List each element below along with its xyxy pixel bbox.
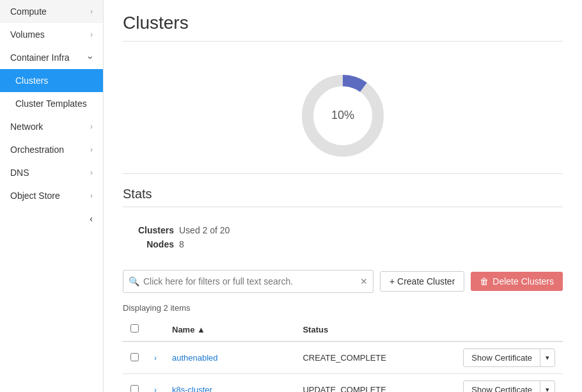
row1-name-link[interactable]: authenabled: [172, 353, 218, 363]
sidebar-item-dns[interactable]: DNS ›: [0, 161, 103, 184]
col-name-label: Name: [172, 325, 197, 334]
sidebar-item-clusters[interactable]: Clusters: [0, 69, 103, 92]
stat-row-nodes: Nodes 8: [123, 239, 563, 249]
header-status-col: Status: [295, 318, 425, 341]
row2-name-link[interactable]: k8s-cluster: [172, 385, 212, 392]
sidebar-item-object-store[interactable]: Object Store ›: [0, 184, 103, 207]
row2-checkbox-cell: [123, 374, 146, 393]
caret-down-icon: ▾: [546, 354, 549, 361]
row1-checkbox-cell: [123, 341, 146, 374]
sidebar-item-orchestration[interactable]: Orchestration ›: [0, 138, 103, 161]
col-status-label: Status: [303, 325, 328, 334]
donut-chart: 10%: [292, 65, 394, 167]
header-name-col[interactable]: Name ▲: [164, 318, 295, 341]
table-row: › k8s-cluster UPDATE_COMPLETE Show Certi…: [123, 374, 563, 393]
search-icon: 🔍: [129, 276, 139, 286]
chevron-right-icon: ›: [90, 191, 93, 200]
row1-action-cell: Show Certificate ▾: [426, 341, 563, 374]
caret-down-icon: ▾: [546, 386, 549, 392]
stat-label-clusters: Clusters: [123, 225, 174, 235]
row1-status-cell: CREATE_COMPLETE: [295, 341, 425, 374]
sort-asc-icon: ▲: [197, 325, 205, 334]
chart-area: 10%: [123, 52, 563, 174]
row2-checkbox[interactable]: [130, 385, 139, 393]
collapse-icon: ‹: [90, 214, 93, 224]
header-checkbox-col: [123, 318, 146, 341]
search-box: 🔍 ✕: [123, 270, 374, 293]
header-action-col: [426, 318, 563, 341]
row1-name-cell: authenabled: [164, 341, 295, 374]
row1-cert-dropdown-button[interactable]: ▾: [540, 349, 554, 366]
stat-label-nodes: Nodes: [123, 239, 174, 249]
sidebar-label-compute: Compute: [10, 6, 47, 17]
sidebar-collapse-button[interactable]: ‹: [0, 207, 103, 230]
row1-expand-icon[interactable]: ›: [154, 354, 157, 363]
chevron-right-icon: ›: [90, 30, 93, 39]
row2-status: UPDATE_COMPLETE: [303, 385, 386, 392]
sidebar-label-orchestration: Orchestration: [10, 145, 64, 155]
clear-search-icon[interactable]: ✕: [360, 276, 368, 286]
row1-checkbox[interactable]: [130, 353, 139, 361]
create-cluster-button[interactable]: + Create Cluster: [380, 271, 464, 292]
chevron-right-icon: ›: [90, 7, 93, 16]
clusters-table: Name ▲ Status › authenabled: [123, 318, 563, 392]
sidebar-label-network: Network: [10, 122, 43, 132]
sidebar-item-cluster-templates[interactable]: Cluster Templates: [0, 92, 103, 115]
row1-cert-btn-group: Show Certificate ▾: [463, 349, 555, 367]
sidebar-item-container-infra[interactable]: Container Infra ›: [0, 46, 103, 69]
toolbar: 🔍 ✕ + Create Cluster 🗑 Delete Clusters: [123, 270, 563, 293]
delete-clusters-button[interactable]: 🗑 Delete Clusters: [471, 272, 563, 291]
header-expand-col: [146, 318, 164, 341]
row1-expand-cell: ›: [146, 341, 164, 374]
sidebar-label-object-store: Object Store: [10, 191, 60, 201]
chevron-down-icon: ›: [86, 56, 97, 59]
row1-show-cert-button[interactable]: Show Certificate: [464, 349, 540, 366]
page-title: Clusters: [123, 13, 563, 42]
stat-row-clusters: Clusters Used 2 of 20: [123, 225, 563, 235]
stat-value-nodes: 8: [179, 239, 184, 249]
chevron-right-icon: ›: [90, 122, 93, 131]
table-row: › authenabled CREATE_COMPLETE Show Certi…: [123, 341, 563, 374]
row2-show-cert-button[interactable]: Show Certificate: [464, 381, 540, 392]
row2-action-cell: Show Certificate ▾: [426, 374, 563, 393]
sidebar: Compute › Volumes › Container Infra › Cl…: [0, 0, 104, 392]
sidebar-item-volumes[interactable]: Volumes ›: [0, 23, 103, 46]
row2-cert-dropdown-button[interactable]: ▾: [540, 381, 554, 392]
row2-expand-cell: ›: [146, 374, 164, 393]
main-content: Clusters 10% Stats Clusters Used 2 of 20…: [104, 0, 582, 392]
select-all-checkbox[interactable]: [130, 324, 139, 333]
search-input[interactable]: [143, 276, 360, 286]
row2-status-cell: UPDATE_COMPLETE: [295, 374, 425, 393]
row2-expand-icon[interactable]: ›: [154, 386, 157, 392]
display-count-top: Displaying 2 items: [123, 303, 563, 313]
stats-title: Stats: [123, 187, 563, 207]
delete-icon: 🗑: [480, 276, 489, 286]
chevron-right-icon: ›: [90, 168, 93, 177]
chevron-right-icon: ›: [90, 145, 93, 154]
table-header-row: Name ▲ Status: [123, 318, 563, 341]
sidebar-label-container-infra: Container Infra: [10, 52, 70, 63]
row2-name-cell: k8s-cluster: [164, 374, 295, 393]
sidebar-label-clusters: Clusters: [15, 75, 48, 86]
stat-value-clusters: Used 2 of 20: [179, 225, 230, 235]
sidebar-label-dns: DNS: [10, 168, 29, 178]
row1-status: CREATE_COMPLETE: [303, 353, 386, 363]
row2-cert-btn-group: Show Certificate ▾: [463, 380, 555, 392]
chart-percentage-label: 10%: [331, 109, 354, 122]
sidebar-item-compute[interactable]: Compute ›: [0, 0, 103, 23]
sidebar-label-volumes: Volumes: [10, 29, 45, 40]
table-body: › authenabled CREATE_COMPLETE Show Certi…: [123, 341, 563, 392]
sidebar-label-cluster-templates: Cluster Templates: [15, 98, 87, 109]
delete-label: Delete Clusters: [492, 276, 554, 286]
sidebar-item-network[interactable]: Network ›: [0, 115, 103, 138]
stats-content: Clusters Used 2 of 20 Nodes 8: [123, 215, 563, 260]
